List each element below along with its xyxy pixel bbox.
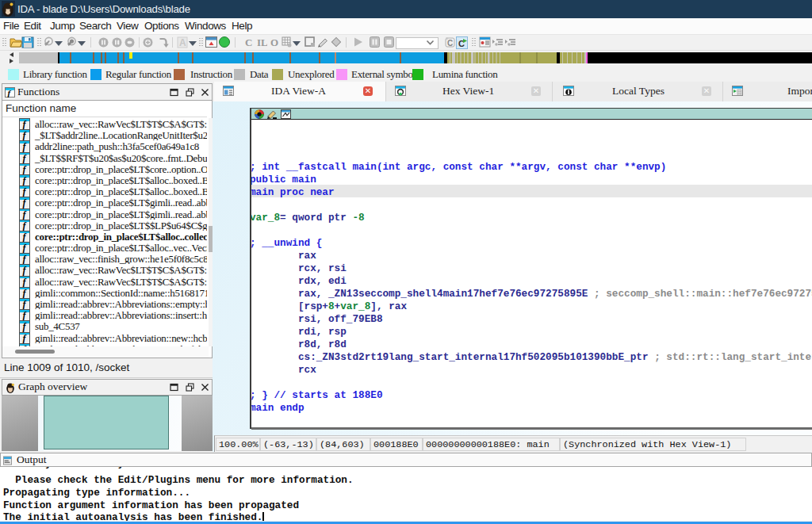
svg-text:C: C	[447, 39, 453, 48]
svg-text:C: C	[245, 36, 252, 48]
svg-text:IL: IL	[257, 36, 267, 48]
svg-text:O: O	[270, 36, 278, 48]
svg-text:A: A	[179, 37, 186, 48]
